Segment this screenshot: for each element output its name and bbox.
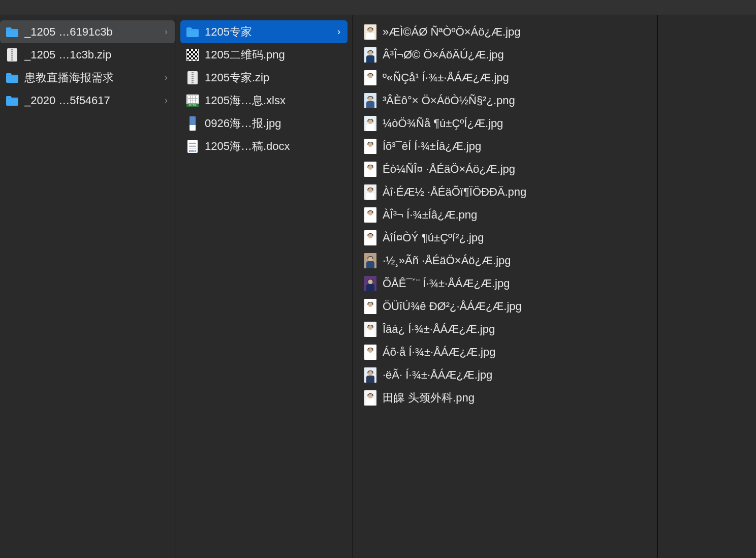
folder-icon	[5, 25, 19, 39]
file-item[interactable]: 1205专家.zip	[180, 66, 348, 89]
xlsx-icon	[185, 94, 200, 108]
file-name: º«ÑÇå¹ Í·¾±·ÅÁÆ¿Æ.jpg	[383, 71, 509, 84]
file-name: Éò¼ÑÎ¤ ·ÅÉäÖ×Áö¿Æ.jpg	[383, 163, 515, 176]
file-name: ¼òÖ¾Ñå ¶ú±ÇºÍ¿Æ.jpg	[383, 117, 503, 130]
folder-icon	[185, 25, 200, 39]
file-name: ³ÂÈô°× Ö×ÁöÒ½Ñ§²¿.png	[383, 94, 515, 107]
file-item[interactable]: º«ÑÇå¹ Í·¾±·ÅÁÆ¿Æ.jpg	[358, 66, 657, 89]
file-item[interactable]: ¼òÖ¾Ñå ¶ú±ÇºÍ¿Æ.jpg	[358, 112, 657, 135]
file-item[interactable]: _1205 …1c3b.zip	[0, 43, 175, 66]
file-name: ÀîÍ¤ÒÝ ¶ú±Çºí²¿.jpg	[383, 231, 484, 244]
file-item[interactable]: ·ëÃ· Í·¾±·ÅÁÆ¿Æ.jpg	[358, 363, 657, 386]
person-thumbnail-icon	[363, 185, 377, 199]
file-name: ·ëÃ· Í·¾±·ÅÁÆ¿Æ.jpg	[383, 368, 492, 382]
file-name: Áõ·å Í·¾±·ÅÁÆ¿Æ.jpg	[383, 346, 495, 359]
file-name: _1205 …1c3b.zip	[24, 48, 111, 61]
file-item[interactable]: 1205海…稿.docx	[180, 135, 348, 158]
file-name: 1205海…息.xlsx	[205, 93, 286, 108]
person-thumbnail-icon	[363, 299, 377, 314]
file-item[interactable]: ÖÜîÚ¾ê ÐØ²¿·ÅÁÆ¿Æ.jpg	[358, 295, 657, 318]
file-item[interactable]: _1205 …6191c3b›	[0, 20, 175, 43]
file-name: »ÆÌ©ÁØ ÑªÒºÖ×Áö¿Æ.jpg	[383, 25, 520, 39]
file-name: 患教直播海报需求	[24, 70, 114, 85]
file-item[interactable]: Àî·ÉÆ½ ·ÅÉäÕï¶ÏÖÐÐÄ.png	[358, 180, 657, 203]
file-item[interactable]: Íõ³¯êÍ Í·¾±Íâ¿Æ.jpg	[358, 135, 657, 158]
folder-icon	[5, 71, 19, 85]
person-thumbnail-icon	[363, 162, 377, 176]
file-item[interactable]: Îâá¿ Í·¾±·ÅÁÆ¿Æ.jpg	[358, 318, 657, 340]
file-item[interactable]: 1205海…息.xlsx	[180, 89, 348, 112]
qr-icon	[185, 48, 200, 62]
person-thumbnail-icon	[363, 25, 377, 39]
file-item[interactable]: 田皞 头颈外科.png	[358, 386, 657, 409]
file-name: Â³Î¬Ø© Ö×ÁöÄÚ¿Æ.jpg	[383, 48, 504, 61]
person-thumbnail-icon	[363, 231, 377, 245]
file-item[interactable]: Áõ·å Í·¾±·ÅÁÆ¿Æ.jpg	[358, 340, 657, 363]
file-item[interactable]: 患教直播海报需求›	[0, 66, 175, 89]
person-thumbnail-icon	[363, 116, 377, 131]
zip-icon	[185, 71, 200, 85]
file-item[interactable]: ·½¸»Ãñ ·ÅÉäÖ×Áö¿Æ.jpg	[358, 249, 657, 272]
person-thumbnail-icon	[363, 48, 377, 62]
toolbar	[0, 0, 756, 15]
file-name: ÕÅÊ¯´¨ Í·¾±·ÅÁÆ¿Æ.jpg	[383, 277, 510, 290]
finder-columns: _1205 …6191c3b›_1205 …1c3b.zip患教直播海报需求›_…	[0, 15, 756, 558]
person-thumbnail-icon	[363, 322, 377, 336]
person-thumbnail-icon	[363, 139, 377, 153]
file-item[interactable]: Éò¼ÑÎ¤ ·ÅÉäÖ×Áö¿Æ.jpg	[358, 158, 657, 180]
file-item[interactable]: 1205专家›	[180, 20, 348, 43]
file-item[interactable]: 0926海…报.jpg	[180, 112, 348, 135]
chevron-right-icon: ›	[333, 26, 342, 37]
person-thumbnail-icon	[363, 254, 377, 268]
file-item[interactable]: ÀÎ³¬ Í·¾±Íâ¿Æ.png	[358, 203, 657, 226]
person-thumbnail-icon	[363, 391, 377, 405]
column-3: »ÆÌ©ÁØ ÑªÒºÖ×Áö¿Æ.jpgÂ³Î¬Ø© Ö×ÁöÄÚ¿Æ.jpg…	[353, 15, 658, 558]
image-icon	[185, 116, 200, 131]
file-name: Àî·ÉÆ½ ·ÅÉäÕï¶ÏÖÐÐÄ.png	[383, 185, 526, 199]
chevron-right-icon: ›	[161, 26, 170, 37]
person-thumbnail-icon	[363, 71, 377, 85]
file-name: 0926海…报.jpg	[205, 116, 281, 131]
file-name: Îâá¿ Í·¾±·ÅÁÆ¿Æ.jpg	[383, 323, 495, 336]
person-thumbnail-icon	[363, 345, 377, 359]
chevron-right-icon: ›	[161, 95, 170, 106]
docx-icon	[185, 139, 200, 153]
file-name: 田皞 头颈外科.png	[383, 390, 475, 406]
column-1: _1205 …6191c3b›_1205 …1c3b.zip患教直播海报需求›_…	[0, 15, 175, 558]
file-item[interactable]: ÀîÍ¤ÒÝ ¶ú±Çºí²¿.jpg	[358, 226, 657, 249]
person-thumbnail-icon	[363, 276, 377, 291]
zip-icon	[5, 48, 19, 62]
file-name: _2020 …5f54617	[24, 94, 110, 107]
file-name: 1205海…稿.docx	[205, 139, 290, 154]
folder-icon	[5, 94, 19, 108]
file-item[interactable]: Â³Î¬Ø© Ö×ÁöÄÚ¿Æ.jpg	[358, 43, 657, 66]
file-name: Íõ³¯êÍ Í·¾±Íâ¿Æ.jpg	[383, 140, 481, 153]
file-name: 1205专家.zip	[205, 70, 269, 85]
file-item[interactable]: ³ÂÈô°× Ö×ÁöÒ½Ñ§²¿.png	[358, 89, 657, 112]
file-name: _1205 …6191c3b	[24, 25, 113, 39]
file-name: 1205专家	[205, 24, 252, 40]
file-item[interactable]: _2020 …5f54617›	[0, 89, 175, 112]
file-item[interactable]: ÕÅÊ¯´¨ Í·¾±·ÅÁÆ¿Æ.jpg	[358, 272, 657, 295]
person-thumbnail-icon	[363, 94, 377, 108]
person-thumbnail-icon	[363, 368, 377, 382]
file-name: ·½¸»Ãñ ·ÅÉäÖ×Áö¿Æ.jpg	[383, 254, 511, 267]
file-item[interactable]: 1205二维码.png	[180, 43, 348, 66]
file-name: ÖÜîÚ¾ê ÐØ²¿·ÅÁÆ¿Æ.jpg	[383, 300, 522, 313]
file-item[interactable]: »ÆÌ©ÁØ ÑªÒºÖ×Áö¿Æ.jpg	[358, 20, 657, 43]
person-thumbnail-icon	[363, 208, 377, 222]
file-name: ÀÎ³¬ Í·¾±Íâ¿Æ.png	[383, 208, 477, 222]
column-2: 1205专家›1205二维码.png1205专家.zip1205海…息.xlsx…	[175, 15, 353, 558]
file-name: 1205二维码.png	[205, 47, 285, 63]
chevron-right-icon: ›	[161, 72, 170, 83]
